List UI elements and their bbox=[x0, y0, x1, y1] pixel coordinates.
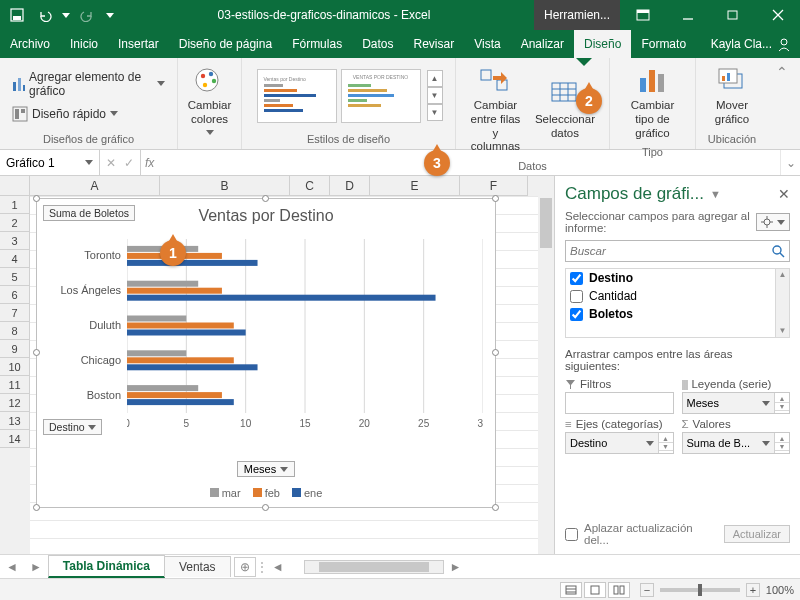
row-header[interactable]: 2 bbox=[0, 214, 30, 232]
zoom-out-button[interactable]: − bbox=[640, 583, 654, 597]
row-header[interactable]: 5 bbox=[0, 268, 30, 286]
quick-layout-button[interactable]: Diseño rápido bbox=[8, 104, 122, 124]
tab-formato[interactable]: Formato bbox=[631, 30, 696, 58]
new-sheet-button[interactable]: ⊕ bbox=[234, 557, 256, 577]
row-header[interactable]: 1 bbox=[0, 196, 30, 214]
fx-label[interactable]: fx bbox=[141, 150, 158, 175]
sheet-tab[interactable]: Ventas bbox=[164, 556, 231, 577]
gallery-down-icon[interactable]: ▼ bbox=[427, 87, 443, 104]
expand-formula-icon[interactable]: ⌄ bbox=[780, 150, 800, 175]
col-header[interactable]: A bbox=[30, 176, 160, 196]
worksheet[interactable]: A B C D E F 1234567891011121314 Suma de … bbox=[0, 176, 554, 554]
maximize-icon[interactable] bbox=[710, 0, 755, 30]
search-input[interactable] bbox=[566, 241, 767, 261]
field-item[interactable]: Boletos bbox=[566, 305, 789, 323]
tab-revisar[interactable]: Revisar bbox=[404, 30, 465, 58]
undo-dropdown-icon[interactable] bbox=[62, 13, 70, 18]
pane-tools-button[interactable] bbox=[756, 213, 790, 231]
tab-formulas[interactable]: Fórmulas bbox=[282, 30, 352, 58]
row-header[interactable]: 11 bbox=[0, 376, 30, 394]
field-search[interactable] bbox=[565, 240, 790, 262]
tab-datos[interactable]: Datos bbox=[352, 30, 403, 58]
search-icon[interactable] bbox=[767, 241, 789, 261]
sheet-nav-prev-icon[interactable]: ◄ bbox=[0, 560, 24, 574]
gallery-up-icon[interactable]: ▲ bbox=[427, 70, 443, 87]
row-header[interactable]: 3 bbox=[0, 232, 30, 250]
tab-diseno[interactable]: Diseño bbox=[574, 30, 631, 58]
row-header[interactable]: 7 bbox=[0, 304, 30, 322]
row-header[interactable]: 4 bbox=[0, 250, 30, 268]
legend-field-pill[interactable]: Meses bbox=[683, 393, 776, 413]
col-header[interactable]: C bbox=[290, 176, 330, 196]
row-header[interactable]: 14 bbox=[0, 430, 30, 448]
row-header[interactable]: 10 bbox=[0, 358, 30, 376]
col-header[interactable]: D bbox=[330, 176, 370, 196]
pivot-chart[interactable]: Suma de Boletos Destino Ventas por Desti… bbox=[36, 198, 496, 508]
ribbon-options-icon[interactable] bbox=[620, 0, 665, 30]
name-box[interactable]: Gráfico 1 bbox=[0, 150, 100, 175]
chart-plot-area[interactable]: 051015202530TorontoLos ÁngelesDuluthChic… bbox=[127, 239, 483, 429]
col-header[interactable]: F bbox=[460, 176, 528, 196]
pivot-axis-button[interactable]: Destino bbox=[43, 419, 102, 435]
zoom-slider[interactable] bbox=[660, 588, 740, 592]
account-menu[interactable]: Kayla Cla... bbox=[703, 30, 800, 58]
page-layout-view-icon[interactable] bbox=[584, 582, 606, 598]
tab-archivo[interactable]: Archivo bbox=[0, 30, 60, 58]
field-item[interactable]: Cantidad bbox=[566, 287, 789, 305]
values-area[interactable]: ΣValores Suma de B...▲▼ bbox=[682, 418, 791, 454]
qat-customize-icon[interactable] bbox=[106, 13, 114, 18]
move-chart-button[interactable]: Mover gráfico bbox=[704, 62, 760, 129]
sheet-nav-next-icon[interactable]: ► bbox=[24, 560, 48, 574]
cancel-icon[interactable]: ✕ bbox=[106, 156, 116, 170]
row-header[interactable]: 12 bbox=[0, 394, 30, 412]
gallery-more-icon[interactable]: ▼ bbox=[427, 104, 443, 121]
chart-legend[interactable]: marfebene bbox=[37, 487, 495, 499]
col-header[interactable]: B bbox=[160, 176, 290, 196]
axes-area[interactable]: ≡Ejes (categorías) Destino▲▼ bbox=[565, 418, 674, 454]
axes-field-pill[interactable]: Destino bbox=[566, 433, 659, 453]
row-header[interactable]: 13 bbox=[0, 412, 30, 430]
vertical-scrollbar[interactable] bbox=[538, 196, 554, 554]
redo-icon[interactable] bbox=[76, 4, 98, 26]
row-header[interactable]: 9 bbox=[0, 340, 30, 358]
minimize-icon[interactable] bbox=[665, 0, 710, 30]
change-chart-type-button[interactable]: Cambiar tipo de gráfico bbox=[618, 62, 687, 142]
chart-style-gallery[interactable]: Ventas por Destino VENTAS POR DESTINO ▲ … bbox=[255, 67, 443, 125]
field-item[interactable]: Destino bbox=[566, 269, 789, 287]
enter-icon[interactable]: ✓ bbox=[124, 156, 134, 170]
style-thumb[interactable]: Ventas por Destino bbox=[257, 69, 337, 123]
tab-inicio[interactable]: Inicio bbox=[60, 30, 108, 58]
hscroll-left-icon[interactable]: ◄ bbox=[266, 560, 290, 574]
close-pane-icon[interactable]: ✕ bbox=[778, 186, 790, 202]
horizontal-scrollbar[interactable] bbox=[304, 560, 444, 574]
hscroll-right-icon[interactable]: ► bbox=[444, 560, 468, 574]
zoom-in-button[interactable]: + bbox=[746, 583, 760, 597]
page-break-view-icon[interactable] bbox=[608, 582, 630, 598]
update-button[interactable]: Actualizar bbox=[724, 525, 790, 543]
pivot-legend-button[interactable]: Meses bbox=[237, 461, 295, 477]
add-chart-element-button[interactable]: Agregar elemento de gráfico bbox=[8, 68, 169, 100]
field-checkbox[interactable] bbox=[570, 290, 583, 303]
fieldlist-scrollbar[interactable]: ▲▼ bbox=[775, 269, 789, 337]
select-all-corner[interactable] bbox=[0, 176, 30, 196]
row-header[interactable]: 8 bbox=[0, 322, 30, 340]
formula-input[interactable] bbox=[158, 150, 780, 175]
switch-row-column-button[interactable]: Cambiar entre filas y columnas bbox=[464, 62, 527, 156]
defer-checkbox[interactable] bbox=[565, 528, 578, 541]
change-colors-button[interactable]: Cambiar colores bbox=[182, 62, 237, 137]
close-icon[interactable] bbox=[755, 0, 800, 30]
tab-vista[interactable]: Vista bbox=[464, 30, 510, 58]
zoom-level[interactable]: 100% bbox=[766, 584, 794, 596]
col-header[interactable]: E bbox=[370, 176, 460, 196]
legend-area[interactable]: |||Leyenda (serie) Meses▲▼ bbox=[682, 378, 791, 414]
normal-view-icon[interactable] bbox=[560, 582, 582, 598]
pivot-values-button[interactable]: Suma de Boletos bbox=[43, 205, 135, 221]
field-checkbox[interactable] bbox=[570, 308, 583, 321]
field-list[interactable]: DestinoCantidadBoletos▲▼ bbox=[565, 268, 790, 338]
tab-diseno-pagina[interactable]: Diseño de página bbox=[169, 30, 282, 58]
tab-analizar[interactable]: Analizar bbox=[511, 30, 574, 58]
style-thumb[interactable]: VENTAS POR DESTINO bbox=[341, 69, 421, 123]
values-field-pill[interactable]: Suma de B... bbox=[683, 433, 776, 453]
tab-insertar[interactable]: Insertar bbox=[108, 30, 169, 58]
undo-icon[interactable] bbox=[34, 4, 56, 26]
